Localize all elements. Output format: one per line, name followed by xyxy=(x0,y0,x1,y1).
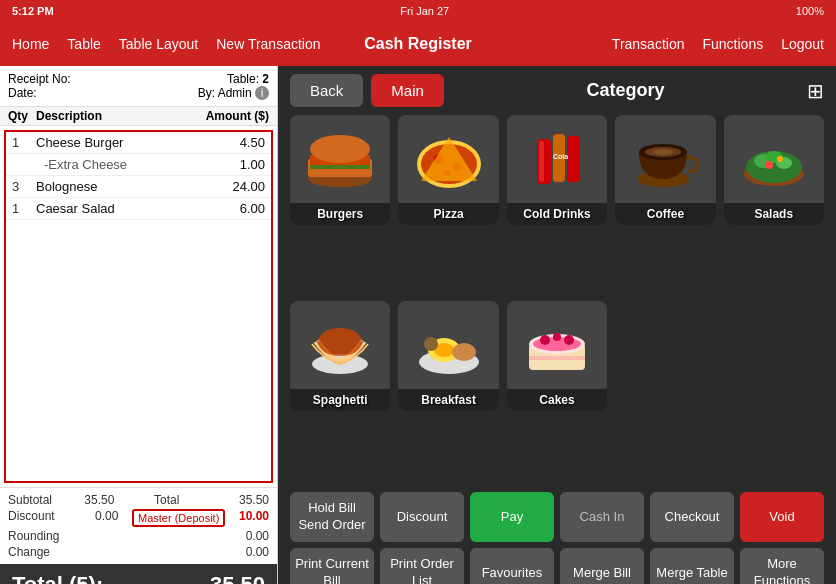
item-amount: 1.00 xyxy=(205,157,265,172)
deposit-value: 10.00 xyxy=(239,509,269,527)
category-top-bar: Back Main Category ⊞ xyxy=(278,66,836,115)
nav-table-layout[interactable]: Table Layout xyxy=(119,36,198,52)
nav-left: Home Table Table Layout New Transaction xyxy=(12,36,321,52)
item-amount: 6.00 xyxy=(205,201,265,216)
category-salads[interactable]: Salads xyxy=(724,115,824,225)
burgers-image xyxy=(290,115,390,203)
receipt-no-label: Receipt No: xyxy=(8,72,71,86)
item-amount: 24.00 xyxy=(205,179,265,194)
category-title: Category xyxy=(452,80,799,101)
col-amount: Amount ($) xyxy=(199,109,269,123)
table-row[interactable]: 1 Cheese Burger 4.50 xyxy=(6,132,271,154)
col-qty: Qty xyxy=(8,109,36,123)
table-row[interactable]: 1 Caesar Salad 6.00 xyxy=(6,198,271,220)
change-value: 0.00 xyxy=(219,545,269,559)
rounding-value: 0.00 xyxy=(219,529,269,543)
checkout-button[interactable]: Checkout xyxy=(650,492,734,542)
receipt-totals: Subtotal 35.50 Total 35.50 Discount 0.00… xyxy=(0,487,277,564)
print-current-button[interactable]: Print Current Bill xyxy=(290,548,374,584)
discount-button[interactable]: Discount xyxy=(380,492,464,542)
table-row[interactable]: -Extra Cheese 1.00 xyxy=(6,154,271,176)
svg-point-33 xyxy=(424,337,438,351)
item-qty: 3 xyxy=(12,179,36,194)
item-desc: -Extra Cheese xyxy=(36,157,205,172)
nav-table[interactable]: Table xyxy=(67,36,100,52)
nav-functions[interactable]: Functions xyxy=(702,36,763,52)
salads-label: Salads xyxy=(724,203,824,225)
merge-table-button[interactable]: Merge Table xyxy=(650,548,734,584)
item-desc: Caesar Salad xyxy=(36,201,205,216)
svg-point-38 xyxy=(553,333,561,341)
nav-right: Transaction Functions Logout xyxy=(612,36,824,52)
category-breakfast[interactable]: Breakfast xyxy=(398,301,498,411)
grand-total-bar: Total (5): 35.50 xyxy=(0,564,277,584)
cash-in-button[interactable]: Cash In xyxy=(560,492,644,542)
category-cold-drinks[interactable]: Cola Cold Drinks xyxy=(507,115,607,225)
merge-bill-button[interactable]: Merge Bill xyxy=(560,548,644,584)
svg-point-39 xyxy=(564,335,574,345)
main-button[interactable]: Main xyxy=(371,74,444,107)
favourites-button[interactable]: Favourites xyxy=(470,548,554,584)
svg-point-25 xyxy=(765,161,773,169)
grand-total-value: 35.50 xyxy=(210,572,265,584)
category-burgers[interactable]: Burgers xyxy=(290,115,390,225)
pizza-image xyxy=(398,115,498,203)
spaghetti-image xyxy=(290,301,390,389)
item-desc: Cheese Burger xyxy=(36,135,205,150)
date-label: Date: xyxy=(8,86,37,100)
breakfast-image xyxy=(398,301,498,389)
svg-rect-12 xyxy=(539,141,544,182)
svg-point-32 xyxy=(452,343,476,361)
svg-point-37 xyxy=(540,335,550,345)
more-functions-button[interactable]: More Functions xyxy=(740,548,824,584)
item-qty: 1 xyxy=(12,201,36,216)
hold-bill-button[interactable]: Hold Bill Send Order xyxy=(290,492,374,542)
col-desc: Description xyxy=(36,109,199,123)
rounding-label: Rounding xyxy=(8,529,59,543)
svg-point-19 xyxy=(653,149,673,155)
breakfast-label: Breakfast xyxy=(398,389,498,411)
nav-new-transaction[interactable]: New Transaction xyxy=(216,36,320,52)
svg-rect-40 xyxy=(529,356,585,360)
back-button[interactable]: Back xyxy=(290,74,363,107)
right-panel: Back Main Category ⊞ Burgers xyxy=(278,66,836,584)
pay-button[interactable]: Pay xyxy=(470,492,554,542)
item-qty xyxy=(12,157,36,172)
pizza-label: Pizza xyxy=(398,203,498,225)
svg-point-4 xyxy=(310,135,370,163)
svg-point-26 xyxy=(777,156,783,162)
category-cakes[interactable]: Cakes xyxy=(507,301,607,411)
nav-home[interactable]: Home xyxy=(12,36,49,52)
nav-logout[interactable]: Logout xyxy=(781,36,824,52)
subtotal-label: Subtotal xyxy=(8,493,52,507)
status-date: Fri Jan 27 xyxy=(400,5,449,17)
print-order-button[interactable]: Print Order List xyxy=(380,548,464,584)
burgers-label: Burgers xyxy=(290,203,390,225)
coffee-image xyxy=(615,115,715,203)
void-button[interactable]: Void xyxy=(740,492,824,542)
cakes-label: Cakes xyxy=(507,389,607,411)
category-spaghetti[interactable]: Spaghetti xyxy=(290,301,390,411)
discount-label: Discount xyxy=(8,509,55,527)
action-buttons: Hold Bill Send OrderDiscountPayCash InCh… xyxy=(278,486,836,584)
category-grid: Burgers Pizza Cola Cold Drinks xyxy=(278,115,836,486)
info-icon[interactable]: i xyxy=(255,86,269,100)
deposit-label: Master (Deposit) xyxy=(132,509,225,527)
table-row[interactable]: 3 Bolognese 24.00 xyxy=(6,176,271,198)
receipt-panel: Receipt No: Table: 2 Date: By: Admin i Q… xyxy=(0,66,278,584)
scan-icon[interactable]: ⊞ xyxy=(807,79,824,103)
change-label: Change xyxy=(8,545,50,559)
page-title: Cash Register xyxy=(364,35,472,53)
total-value: 35.50 xyxy=(219,493,269,507)
receipt-header: Receipt No: Table: 2 Date: By: Admin i xyxy=(0,66,277,107)
category-coffee[interactable]: Coffee xyxy=(615,115,715,225)
coffee-label: Coffee xyxy=(615,203,715,225)
receipt-items-list: 1 Cheese Burger 4.50 -Extra Cheese 1.00 … xyxy=(4,130,273,483)
item-desc: Bolognese xyxy=(36,179,205,194)
spaghetti-label: Spaghetti xyxy=(290,389,390,411)
category-pizza[interactable]: Pizza xyxy=(398,115,498,225)
item-qty: 1 xyxy=(12,135,36,150)
cold-drinks-label: Cold Drinks xyxy=(507,203,607,225)
nav-transaction[interactable]: Transaction xyxy=(612,36,685,52)
receipt-columns: Qty Description Amount ($) xyxy=(0,107,277,126)
